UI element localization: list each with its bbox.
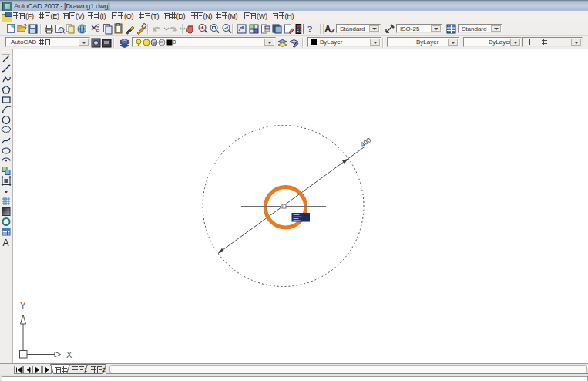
- svg-text:X: X: [66, 350, 72, 359]
- svg-text:A: A: [3, 238, 9, 248]
- svg-text:Y: Y: [20, 301, 26, 310]
- svg-text:?: ?: [307, 23, 313, 35]
- svg-text:A: A: [324, 24, 331, 35]
- svg-text:400: 400: [359, 136, 373, 149]
